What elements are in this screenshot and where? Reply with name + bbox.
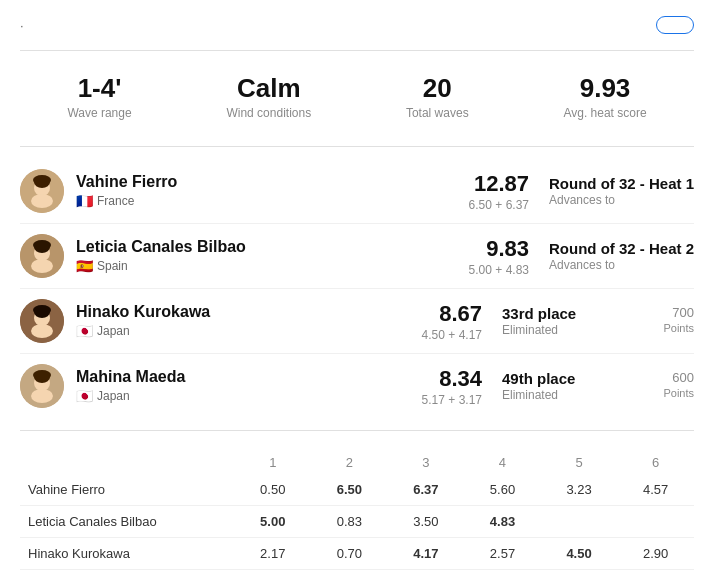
stat-item: 1-4' Wave range: [67, 73, 131, 120]
wave-score-2-5: 2.90: [617, 538, 694, 570]
svg-point-14: [33, 305, 51, 315]
result-subtitle: Advances to: [549, 193, 694, 207]
wave-score-1-4: [541, 506, 618, 538]
surfer-info: Hinako Kurokawa 🇯🇵 Japan: [76, 303, 422, 339]
avatar: [20, 169, 64, 213]
table-divider: [20, 430, 694, 431]
surfer-row: Leticia Canales Bilbao 🇪🇸 Spain 9.83 5.0…: [20, 224, 694, 289]
surfer-country: 🇫🇷 France: [76, 193, 469, 209]
total-score: 12.87: [469, 171, 529, 197]
wave-score-1-2: 3.50: [388, 506, 465, 538]
wave-col-2-header: 2: [311, 451, 388, 474]
surfer-country: 🇯🇵 Japan: [76, 323, 422, 339]
result-row: 33rd place Eliminated 700Points: [502, 305, 694, 337]
wave-scores: 5.17 + 3.17: [422, 393, 482, 407]
wave-score-1-0: 5.00: [234, 506, 311, 538]
stat-label: Total waves: [406, 106, 469, 120]
wave-col-4-header: 4: [464, 451, 541, 474]
country-name: France: [97, 194, 134, 208]
country-flag: 🇯🇵: [76, 388, 93, 404]
result-title: 33rd place: [502, 305, 642, 322]
result-title: Round of 32 - Heat 2: [549, 240, 694, 257]
total-score: 8.67: [422, 301, 482, 327]
stat-label: Wind conditions: [226, 106, 311, 120]
waves-table-section: 123456Vahine Fierro0.506.506.375.603.234…: [20, 447, 694, 571]
svg-point-2: [31, 194, 53, 208]
country-flag: 🇪🇸: [76, 258, 93, 274]
total-score: 8.34: [422, 366, 482, 392]
svg-point-17: [31, 389, 53, 403]
wave-col-1-header: 1: [234, 451, 311, 474]
stats-divider: [20, 146, 694, 147]
svg-point-7: [31, 259, 53, 273]
wave-scores: 5.00 + 4.83: [469, 263, 529, 277]
surfer-country: 🇯🇵 Japan: [76, 388, 422, 404]
surfer-info: Mahina Maeda 🇯🇵 Japan: [76, 368, 422, 404]
stat-value: 1-4': [67, 73, 131, 104]
result-row: 49th place Eliminated 600Points: [502, 370, 694, 402]
result-row: Round of 32 - Heat 1 Advances to: [549, 175, 694, 207]
country-name: Japan: [97, 389, 130, 403]
surfer-result-block: 49th place Eliminated: [502, 370, 642, 402]
header-divider: [20, 50, 694, 51]
surfer-country: 🇪🇸 Spain: [76, 258, 469, 274]
stat-item: 9.93 Avg. heat score: [563, 73, 646, 120]
country-name: Japan: [97, 324, 130, 338]
surfers-list: Vahine Fierro 🇫🇷 France 12.87 6.50 + 6.3…: [20, 159, 694, 418]
waves-table: 123456Vahine Fierro0.506.506.375.603.234…: [20, 451, 694, 571]
watch-replay-button[interactable]: [656, 16, 694, 34]
total-score: 9.83: [469, 236, 529, 262]
surfer-row: Mahina Maeda 🇯🇵 Japan 8.34 5.17 + 3.17 4…: [20, 354, 694, 418]
country-flag: 🇫🇷: [76, 193, 93, 209]
result-points: 700Points: [654, 305, 694, 335]
surfer-name: Hinako Kurokawa: [76, 303, 422, 321]
result-subtitle: Eliminated: [502, 388, 642, 402]
stat-value: 20: [406, 73, 469, 104]
surfer-score-block: 12.87 6.50 + 6.37: [469, 171, 529, 212]
wave-score-0-2: 6.37: [388, 474, 465, 506]
wave-row-name: Leticia Canales Bilbao: [20, 506, 234, 538]
result-row: Round of 32 - Heat 2 Advances to: [549, 240, 694, 272]
wave-score-2-1: 0.70: [311, 538, 388, 570]
wave-score-2-4: 4.50: [541, 538, 618, 570]
wave-scores: 4.50 + 4.17: [422, 328, 482, 342]
svg-point-9: [33, 240, 51, 250]
surfer-info: Leticia Canales Bilbao 🇪🇸 Spain: [76, 238, 469, 274]
result-title: 49th place: [502, 370, 642, 387]
wave-score-0-5: 4.57: [617, 474, 694, 506]
svg-point-12: [31, 324, 53, 338]
wave-score-0-0: 0.50: [234, 474, 311, 506]
stat-value: 9.93: [563, 73, 646, 104]
surfer-result-block: 33rd place Eliminated: [502, 305, 642, 337]
avatar: [20, 364, 64, 408]
surfer-score-block: 9.83 5.00 + 4.83: [469, 236, 529, 277]
wave-row-name: Hinako Kurokawa: [20, 538, 234, 570]
wave-row-name: Vahine Fierro: [20, 474, 234, 506]
country-flag: 🇯🇵: [76, 323, 93, 339]
wave-score-2-3: 2.57: [464, 538, 541, 570]
wave-scores: 6.50 + 6.37: [469, 198, 529, 212]
surfer-name: Mahina Maeda: [76, 368, 422, 386]
wave-score-0-3: 5.60: [464, 474, 541, 506]
surfer-result-block: Round of 32 - Heat 2 Advances to: [549, 240, 694, 272]
table-row: Vahine Fierro0.506.506.375.603.234.57: [20, 474, 694, 506]
wave-score-2-0: 2.17: [234, 538, 311, 570]
country-name: Spain: [97, 259, 128, 273]
wave-score-0-4: 3.23: [541, 474, 618, 506]
avatar: [20, 234, 64, 278]
stats-row: 1-4' Wave range Calm Wind conditions 20 …: [20, 63, 694, 134]
surfer-row: Hinako Kurokawa 🇯🇵 Japan 8.67 4.50 + 4.1…: [20, 289, 694, 354]
wave-score-1-3: 4.83: [464, 506, 541, 538]
surfer-name: Vahine Fierro: [76, 173, 469, 191]
table-row: Hinako Kurokawa2.170.704.172.574.502.90: [20, 538, 694, 570]
svg-point-19: [33, 370, 51, 380]
result-subtitle: Advances to: [549, 258, 694, 272]
wave-col-name-header: [20, 451, 234, 474]
event-date: ·: [20, 18, 24, 33]
stat-value: Calm: [226, 73, 311, 104]
stat-label: Wave range: [67, 106, 131, 120]
surfer-score-block: 8.34 5.17 + 3.17: [422, 366, 482, 407]
table-row: Leticia Canales Bilbao5.000.833.504.83: [20, 506, 694, 538]
wave-score-2-2: 4.17: [388, 538, 465, 570]
wave-col-3-header: 3: [388, 451, 465, 474]
